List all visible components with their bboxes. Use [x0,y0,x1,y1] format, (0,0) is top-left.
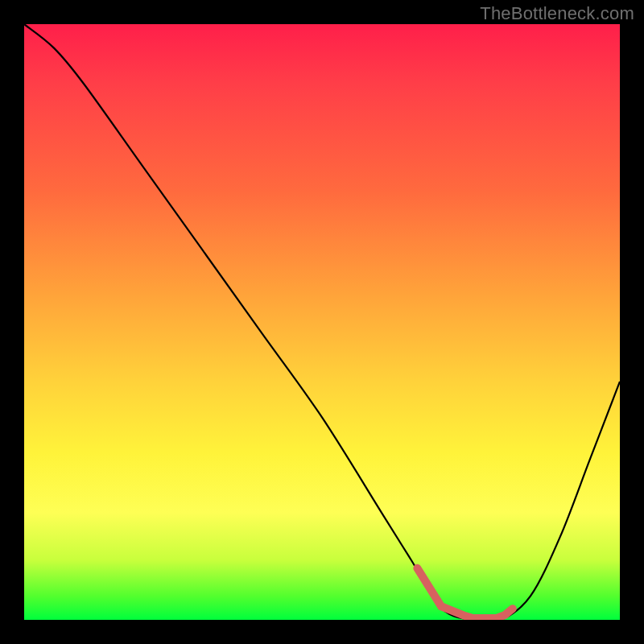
curve-svg [24,24,620,620]
plot-area [24,24,620,620]
bottleneck-curve [24,24,620,620]
chart-frame: TheBottleneck.com [0,0,644,644]
optimal-range-highlight [417,568,512,618]
watermark-text: TheBottleneck.com [480,3,634,24]
